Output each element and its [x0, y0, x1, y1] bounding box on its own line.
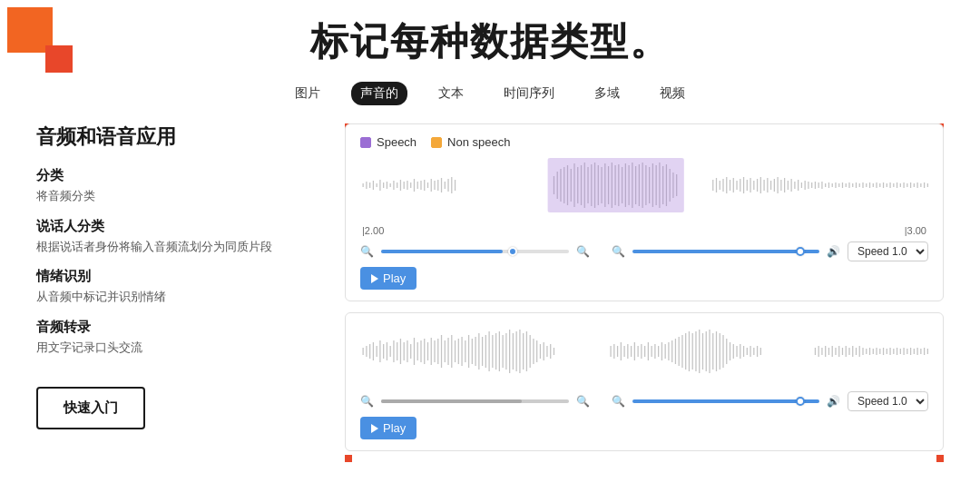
svg-rect-150 — [431, 338, 432, 365]
svg-rect-191 — [623, 346, 624, 357]
svg-rect-252 — [883, 348, 884, 355]
time-end-1: |3.00 — [905, 225, 926, 236]
speed-slider-2[interactable] — [632, 399, 820, 403]
speed-slider-1[interactable] — [632, 250, 820, 253]
tab-text[interactable]: 文本 — [429, 82, 473, 105]
speed-select-1[interactable]: Speed 1.0 — [848, 242, 928, 261]
svg-rect-86 — [784, 178, 785, 192]
svg-rect-24 — [445, 182, 446, 189]
svg-rect-17 — [420, 181, 421, 190]
svg-rect-81 — [767, 178, 768, 192]
tab-video[interactable]: 视频 — [651, 82, 694, 105]
svg-rect-8 — [390, 183, 391, 187]
svg-rect-162 — [472, 339, 473, 364]
svg-rect-262 — [916, 348, 917, 355]
svg-rect-229 — [753, 348, 754, 355]
svg-rect-255 — [893, 349, 894, 354]
volume-icon-2[interactable]: 🔊 — [827, 395, 840, 408]
svg-rect-246 — [862, 348, 863, 355]
time-start-1: |2.00 — [362, 225, 384, 236]
svg-rect-108 — [859, 183, 860, 187]
svg-rect-120 — [900, 183, 901, 187]
feature-speaker: 说话人分类 根据说话者身份将输入音频流划分为同质片段 — [36, 218, 290, 256]
svg-rect-103 — [842, 182, 843, 188]
zoom-out-icon-1b[interactable]: 🔍 — [612, 245, 625, 258]
svg-rect-192 — [627, 344, 628, 359]
svg-rect-265 — [927, 349, 928, 354]
svg-rect-104 — [846, 183, 847, 187]
feature-emotion-desc: 从音频中标记并识别情绪 — [36, 288, 290, 306]
svg-rect-2 — [369, 182, 370, 188]
svg-rect-16 — [417, 182, 418, 189]
svg-rect-158 — [458, 339, 459, 364]
svg-rect-203 — [665, 344, 666, 359]
svg-rect-160 — [465, 340, 466, 362]
zoom-in-icon-1[interactable]: 🔍 — [576, 245, 590, 258]
feature-classification-desc: 将音频分类 — [36, 187, 290, 205]
legend-speech-color — [360, 137, 371, 148]
svg-rect-196 — [641, 344, 642, 359]
svg-rect-201 — [658, 346, 659, 357]
speed-select-2[interactable]: Speed 1.0 — [848, 391, 928, 411]
zoom-out-icon-2b[interactable]: 🔍 — [612, 395, 625, 408]
tab-timeseries[interactable]: 时间序列 — [495, 82, 564, 105]
svg-rect-93 — [808, 182, 808, 189]
svg-rect-261 — [914, 349, 915, 354]
svg-rect-164 — [478, 333, 479, 370]
svg-rect-106 — [852, 183, 853, 187]
svg-rect-125 — [916, 182, 917, 188]
feature-emotion-title: 情绪识别 — [36, 268, 290, 285]
svg-rect-238 — [835, 348, 836, 355]
svg-rect-247 — [866, 349, 867, 354]
svg-rect-5 — [379, 180, 380, 191]
play-label-1: Play — [383, 271, 406, 285]
cta-button[interactable]: 快速入门 — [36, 387, 145, 429]
svg-rect-148 — [424, 339, 425, 364]
svg-rect-166 — [485, 335, 486, 368]
svg-rect-240 — [842, 348, 843, 355]
zoom-in-icon-2[interactable]: 🔍 — [576, 395, 590, 408]
svg-rect-223 — [733, 344, 734, 359]
svg-rect-197 — [644, 346, 645, 357]
svg-rect-126 — [920, 183, 921, 187]
svg-rect-72 — [736, 181, 737, 190]
nav-tabs: 图片 声音的 文本 时间序列 多域 视频 — [0, 82, 980, 105]
waveform-1[interactable] — [360, 158, 928, 222]
svg-rect-154 — [445, 340, 446, 362]
svg-rect-21 — [434, 181, 435, 190]
svg-rect-200 — [654, 344, 655, 359]
play-button-1[interactable]: Play — [360, 267, 416, 290]
svg-rect-67 — [720, 181, 720, 190]
audio-widget-1: Speech Non speech — [345, 123, 944, 301]
svg-rect-138 — [390, 346, 391, 357]
volume-icon-1[interactable]: 🔊 — [827, 245, 840, 258]
svg-rect-147 — [420, 340, 421, 362]
zoom-out-icon-2[interactable]: 🔍 — [360, 395, 374, 408]
svg-rect-257 — [900, 349, 901, 354]
svg-rect-177 — [523, 333, 524, 370]
svg-rect-230 — [757, 346, 758, 357]
svg-rect-85 — [780, 180, 781, 191]
svg-rect-236 — [828, 348, 829, 355]
corner-dot-br — [936, 455, 944, 462]
tab-image[interactable]: 图片 — [286, 82, 329, 105]
legend-non-speech-color — [431, 137, 442, 148]
feature-speaker-title: 说话人分类 — [36, 218, 290, 235]
svg-rect-216 — [709, 330, 710, 373]
svg-rect-65 — [712, 180, 713, 191]
zoom-out-icon-1[interactable]: 🔍 — [360, 245, 374, 258]
svg-rect-176 — [519, 330, 520, 373]
svg-rect-113 — [876, 182, 877, 188]
zoom-slider-2[interactable] — [381, 399, 569, 403]
play-button-2[interactable]: Play — [360, 417, 416, 439]
tab-multidomain[interactable]: 多域 — [585, 82, 629, 105]
svg-rect-226 — [743, 346, 744, 357]
svg-rect-124 — [914, 183, 915, 187]
logo-square-red — [45, 45, 73, 73]
svg-rect-78 — [757, 179, 758, 192]
tab-audio[interactable]: 声音的 — [351, 82, 407, 105]
svg-rect-73 — [740, 179, 740, 192]
waveform-2[interactable] — [360, 324, 928, 388]
svg-rect-219 — [720, 333, 720, 370]
zoom-slider-1[interactable] — [381, 250, 569, 253]
